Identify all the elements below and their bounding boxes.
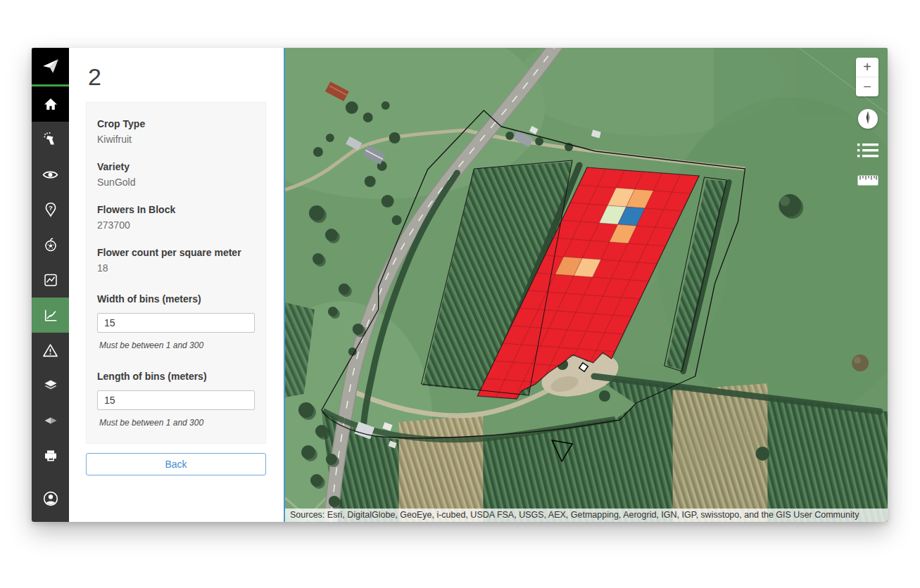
warning-icon bbox=[42, 342, 59, 359]
sidebar-item-analytics[interactable] bbox=[32, 298, 69, 333]
sidebar-item-fruit[interactable] bbox=[32, 227, 69, 262]
growth-chart-icon bbox=[42, 307, 59, 324]
ruler-icon bbox=[857, 175, 878, 186]
details-panel: 2 Crop Type Kiwifruit Variety SunGold Fl… bbox=[69, 48, 284, 522]
kiwifruit-icon bbox=[42, 236, 59, 253]
measure-button[interactable] bbox=[857, 175, 878, 188]
compass-icon bbox=[860, 110, 876, 128]
length-of-bins-group: Length of bins (meters) Must be between … bbox=[97, 370, 255, 428]
sidebar-item-blocks[interactable] bbox=[32, 262, 69, 298]
map-attribution: Sources: Esri, DigitalGlobe, GeoEye, i-c… bbox=[285, 509, 888, 522]
page-title: 2 bbox=[88, 63, 266, 91]
eye-icon bbox=[42, 166, 59, 184]
map-view[interactable]: + − Sources: Esri, DigitalGlobe, GeoEye,… bbox=[284, 48, 888, 522]
user-icon bbox=[42, 490, 60, 508]
width-helper-text: Must be between 1 and 300 bbox=[99, 340, 255, 350]
zoom-out-button[interactable]: − bbox=[856, 77, 878, 96]
length-of-bins-input[interactable] bbox=[97, 390, 255, 410]
compass-button[interactable] bbox=[858, 109, 878, 129]
sidebar: ? bbox=[32, 48, 69, 522]
field-variety: Variety SunGold bbox=[97, 160, 255, 188]
legend-button[interactable] bbox=[857, 143, 878, 160]
sidebar-item-home[interactable] bbox=[32, 87, 69, 122]
field-flower-count: Flower count per square meter 18 bbox=[97, 246, 255, 274]
sidebar-item-spray[interactable] bbox=[32, 122, 69, 157]
map-controls: + − bbox=[856, 58, 880, 188]
paper-plane-icon bbox=[42, 57, 60, 75]
width-of-bins-input[interactable] bbox=[97, 313, 255, 333]
back-button[interactable]: Back bbox=[86, 453, 266, 475]
legend-list-icon bbox=[857, 143, 878, 158]
sidebar-item-layers[interactable] bbox=[32, 368, 69, 403]
layers-icon bbox=[42, 377, 59, 394]
zoom-in-button[interactable]: + bbox=[856, 58, 878, 77]
sidebar-item-export[interactable] bbox=[32, 438, 69, 473]
sidebar-item-logo[interactable] bbox=[32, 48, 69, 87]
spray-gun-icon bbox=[42, 131, 59, 148]
sidebar-item-alerts[interactable] bbox=[32, 333, 69, 368]
length-helper-text: Must be between 1 and 300 bbox=[99, 418, 255, 428]
svg-text:?: ? bbox=[49, 204, 53, 212]
single-layer-icon bbox=[42, 412, 59, 429]
field-crop-type: Crop Type Kiwifruit bbox=[97, 117, 255, 146]
sidebar-item-locate[interactable]: ? bbox=[32, 192, 69, 227]
print-export-icon bbox=[42, 447, 59, 464]
sidebar-item-scouting[interactable] bbox=[32, 157, 69, 192]
sidebar-spacer bbox=[32, 473, 69, 481]
zoom-control: + − bbox=[856, 58, 878, 96]
app-window: ? bbox=[32, 48, 888, 522]
pin-question-icon: ? bbox=[42, 201, 59, 218]
sidebar-item-layer[interactable] bbox=[32, 403, 69, 438]
block-details-card: Crop Type Kiwifruit Variety SunGold Flow… bbox=[86, 102, 266, 444]
field-map-icon bbox=[42, 271, 59, 288]
field-flowers-in-block: Flowers In Block 273700 bbox=[97, 203, 255, 231]
sidebar-item-account[interactable] bbox=[32, 481, 69, 516]
width-of-bins-group: Width of bins (meters) Must be between 1… bbox=[97, 293, 255, 350]
satellite-basemap bbox=[285, 48, 888, 522]
home-icon bbox=[42, 96, 59, 113]
